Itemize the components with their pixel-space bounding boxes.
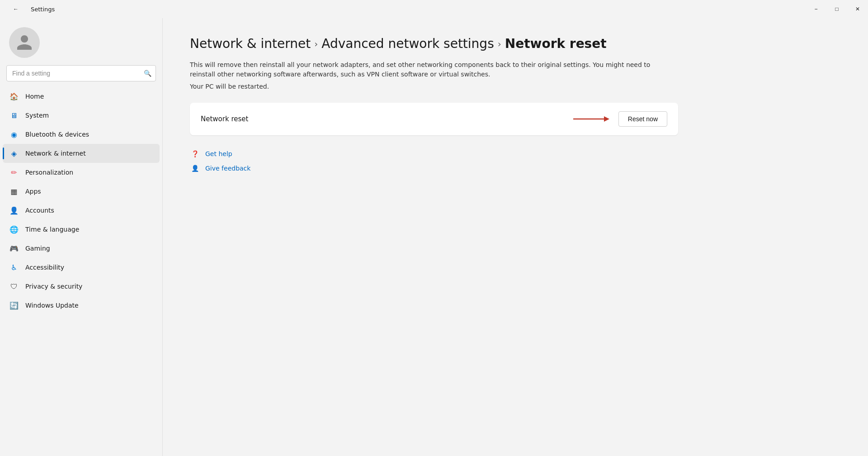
breadcrumb-item-0[interactable]: Network & internet — [190, 36, 311, 51]
network-icon: ◈ — [9, 148, 19, 158]
privacy-icon: 🛡 — [9, 281, 19, 291]
personalization-icon: ✏️ — [9, 167, 19, 177]
titlebar: ← Settings − □ ✕ — [0, 0, 868, 18]
sidebar-item-bluetooth[interactable]: ◉Bluetooth & devices — [3, 125, 160, 144]
arrow-icon — [573, 114, 609, 124]
update-icon: 🔄 — [9, 300, 19, 310]
window-title: Settings — [31, 6, 55, 13]
sidebar-item-privacy[interactable]: 🛡Privacy & security — [3, 277, 160, 296]
main-content: Network & internet › Advanced network se… — [163, 18, 868, 456]
gaming-icon: 🎮 — [9, 243, 19, 253]
user-icon — [15, 33, 33, 52]
search-box[interactable]: 🔍 — [6, 65, 156, 81]
titlebar-left: ← Settings — [5, 0, 55, 18]
sidebar-item-accessibility[interactable]: ♿Accessibility — [3, 258, 160, 277]
sidebar-item-label-home: Home — [25, 93, 44, 100]
reset-now-button[interactable]: Reset now — [618, 111, 667, 127]
reset-card-label: Network reset — [201, 115, 248, 123]
back-button[interactable]: ← — [5, 0, 26, 18]
get-help-link[interactable]: ❓Get help — [190, 149, 232, 159]
restart-notice: Your PC will be restarted. — [190, 83, 841, 90]
sidebar-item-accounts[interactable]: 👤Accounts — [3, 201, 160, 220]
close-button[interactable]: ✕ — [847, 0, 868, 18]
sidebar-item-network[interactable]: ◈Network & internet — [3, 144, 160, 163]
get-help-icon: ❓ — [190, 149, 200, 159]
sidebar-item-home[interactable]: 🏠Home — [3, 87, 160, 106]
sidebar-item-gaming[interactable]: 🎮Gaming — [3, 239, 160, 258]
sidebar-item-apps[interactable]: ▦Apps — [3, 182, 160, 201]
avatar-section — [0, 18, 162, 65]
sidebar-item-time[interactable]: 🌐Time & language — [3, 220, 160, 239]
maximize-button[interactable]: □ — [826, 0, 847, 18]
svg-marker-1 — [604, 116, 609, 122]
sidebar-item-label-accessibility: Accessibility — [25, 264, 64, 271]
accounts-icon: 👤 — [9, 205, 19, 215]
sidebar-item-label-privacy: Privacy & security — [25, 283, 82, 290]
search-icon: 🔍 — [144, 70, 151, 77]
avatar — [9, 27, 40, 58]
apps-icon: ▦ — [9, 186, 19, 196]
give-feedback-label: Give feedback — [205, 165, 250, 172]
sidebar-item-label-time: Time & language — [25, 226, 79, 233]
search-input[interactable] — [6, 65, 156, 81]
sidebar-item-update[interactable]: 🔄Windows Update — [3, 296, 160, 315]
nav-list: 🏠Home🖥System◉Bluetooth & devices◈Network… — [0, 87, 162, 315]
description-text: This will remove then reinstall all your… — [190, 60, 665, 79]
sidebar-item-label-gaming: Gaming — [25, 245, 50, 252]
sidebar-item-label-accounts: Accounts — [25, 207, 54, 214]
bluetooth-icon: ◉ — [9, 129, 19, 139]
arrow-indicator — [573, 114, 609, 124]
help-links: ❓Get help👤Give feedback — [190, 149, 841, 173]
sidebar-item-label-bluetooth: Bluetooth & devices — [25, 131, 89, 138]
reset-card: Network reset Reset now — [190, 103, 678, 135]
minimize-button[interactable]: − — [806, 0, 826, 18]
system-icon: 🖥 — [9, 110, 19, 120]
breadcrumb: Network & internet › Advanced network se… — [190, 36, 841, 51]
home-icon: 🏠 — [9, 91, 19, 101]
give-feedback-icon: 👤 — [190, 163, 200, 173]
breadcrumb-item-2: Network reset — [505, 36, 607, 51]
sidebar-item-label-network: Network & internet — [25, 150, 86, 157]
app-container: 🔍 🏠Home🖥System◉Bluetooth & devices◈Netwo… — [0, 18, 868, 456]
sidebar-item-label-personalization: Personalization — [25, 169, 73, 176]
sidebar-item-label-system: System — [25, 112, 49, 119]
time-icon: 🌐 — [9, 224, 19, 234]
breadcrumb-separator-1: › — [498, 38, 501, 49]
reset-card-right: Reset now — [573, 111, 667, 127]
sidebar-item-personalization[interactable]: ✏️Personalization — [3, 163, 160, 182]
sidebar: 🔍 🏠Home🖥System◉Bluetooth & devices◈Netwo… — [0, 18, 163, 456]
give-feedback-link[interactable]: 👤Give feedback — [190, 163, 250, 173]
titlebar-controls: − □ ✕ — [806, 0, 868, 18]
accessibility-icon: ♿ — [9, 262, 19, 272]
sidebar-item-label-apps: Apps — [25, 188, 41, 195]
get-help-label: Get help — [205, 150, 232, 157]
sidebar-item-label-update: Windows Update — [25, 302, 79, 309]
sidebar-item-system[interactable]: 🖥System — [3, 106, 160, 125]
breadcrumb-item-1[interactable]: Advanced network settings — [321, 36, 494, 51]
breadcrumb-separator-0: › — [314, 38, 318, 49]
